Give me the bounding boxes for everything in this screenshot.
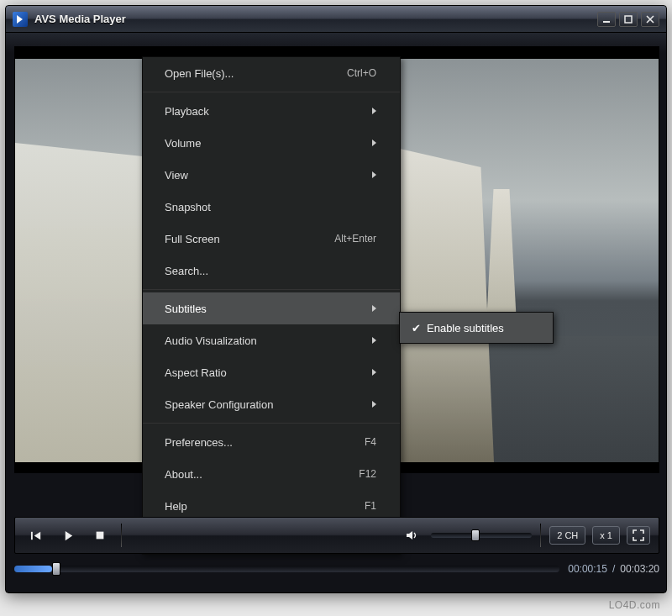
menu-divider — [143, 92, 400, 92]
stop-button[interactable] — [87, 524, 113, 547]
submenu-arrow-icon — [372, 369, 376, 376]
menu-open-file[interactable]: Open File(s)... Ctrl+O — [143, 57, 400, 89]
menu-shortcut: F4 — [365, 436, 376, 448]
menu-shortcut: Alt+Enter — [334, 233, 376, 245]
menu-subtitles[interactable]: Subtitles — [143, 292, 400, 324]
play-button[interactable] — [55, 524, 81, 547]
svg-rect-3 — [97, 532, 104, 540]
submenu-arrow-icon — [372, 171, 376, 178]
menu-label: View — [165, 169, 362, 182]
speed-label: x 1 — [600, 530, 612, 540]
submenu-arrow-icon — [372, 337, 376, 344]
menu-shortcut: F12 — [359, 468, 376, 480]
previous-button[interactable] — [24, 524, 49, 547]
check-icon: ✔ — [408, 322, 423, 334]
menu-view[interactable]: View — [143, 159, 400, 191]
channels-label: 2 CH — [557, 530, 578, 540]
speed-button[interactable]: x 1 — [592, 526, 620, 545]
context-menu: Open File(s)... Ctrl+O Playback Volume V… — [142, 56, 401, 555]
menu-label: About... — [165, 468, 344, 481]
channels-button[interactable]: 2 CH — [549, 526, 585, 545]
maximize-button[interactable] — [619, 12, 638, 27]
mute-button[interactable] — [399, 524, 424, 547]
menu-label: Audio Visualization — [165, 334, 362, 347]
menu-aspect-ratio[interactable]: Aspect Ratio — [143, 356, 400, 388]
menu-fullscreen[interactable]: Full Screen Alt+Enter — [143, 223, 400, 255]
window-title: AVS Media Player — [34, 13, 597, 25]
menu-label: Search... — [165, 265, 376, 277]
submenu-enable-subtitles[interactable]: ✔ Enable subtitles — [400, 313, 553, 343]
menu-audio-visualization[interactable]: Audio Visualization — [143, 324, 400, 356]
menu-playback[interactable]: Playback — [143, 95, 400, 127]
menu-search[interactable]: Search... — [143, 255, 400, 287]
menu-label: Help — [165, 500, 349, 513]
time-display: 00:00:15 / 00:03:20 — [568, 563, 659, 575]
submenu-arrow-icon — [372, 305, 376, 312]
menu-label: Aspect Ratio — [165, 366, 362, 379]
submenu-arrow-icon — [372, 108, 376, 114]
menu-preferences[interactable]: Preferences... F4 — [143, 426, 400, 458]
submenu-label: Enable subtitles — [427, 322, 504, 334]
timeline: 00:00:15 / 00:03:20 — [14, 557, 659, 581]
menu-divider — [143, 289, 400, 290]
submenu-arrow-icon — [372, 140, 376, 146]
fullscreen-button[interactable] — [627, 526, 650, 545]
close-button[interactable] — [641, 12, 659, 27]
app-icon — [13, 12, 28, 27]
menu-shortcut: F1 — [365, 500, 376, 512]
seek-fill — [14, 566, 52, 572]
menu-volume[interactable]: Volume — [143, 127, 400, 159]
titlebar: AVS Media Player — [6, 6, 666, 33]
svg-rect-1 — [625, 16, 632, 23]
menu-label: Full Screen — [165, 233, 319, 245]
time-current: 00:00:15 — [568, 563, 607, 575]
menu-snapshot[interactable]: Snapshot — [143, 191, 400, 223]
volume-slider[interactable] — [431, 533, 532, 538]
menu-label: Playback — [165, 105, 362, 118]
volume-thumb[interactable] — [471, 529, 480, 541]
window-buttons — [597, 12, 659, 27]
menu-divider — [143, 423, 400, 424]
control-separator — [121, 524, 122, 547]
seek-bar[interactable] — [14, 566, 559, 572]
app-window: AVS Media Player Open File(s)... Ctrl+O — [5, 5, 667, 593]
minimize-button[interactable] — [597, 12, 616, 27]
menu-about[interactable]: About... F12 — [143, 458, 400, 490]
playback-controls: 2 CH x 1 — [14, 517, 659, 554]
time-separator: / — [612, 563, 615, 575]
menu-label: Preferences... — [165, 436, 349, 449]
time-total: 00:03:20 — [620, 563, 659, 575]
menu-speaker-config[interactable]: Speaker Configuration — [143, 388, 400, 420]
seek-thumb[interactable] — [52, 562, 60, 576]
submenu-arrow-icon — [372, 401, 376, 408]
menu-label: Subtitles — [165, 303, 362, 315]
menu-label: Speaker Configuration — [165, 398, 362, 411]
svg-rect-2 — [30, 531, 32, 539]
control-separator — [540, 524, 541, 547]
menu-label: Open File(s)... — [165, 67, 332, 80]
menu-label: Volume — [165, 137, 362, 150]
menu-shortcut: Ctrl+O — [347, 67, 376, 79]
menu-label: Snapshot — [165, 201, 376, 213]
subtitles-submenu: ✔ Enable subtitles — [399, 312, 554, 344]
svg-rect-0 — [603, 21, 610, 23]
watermark: LO4D.com — [609, 599, 660, 611]
